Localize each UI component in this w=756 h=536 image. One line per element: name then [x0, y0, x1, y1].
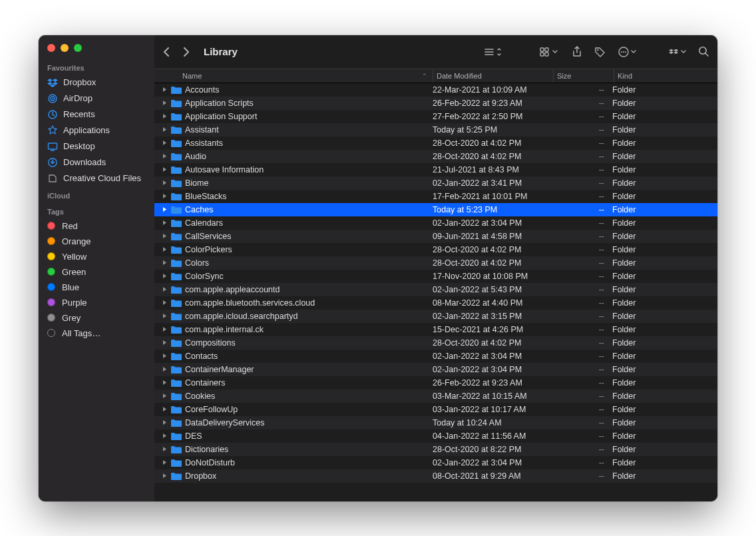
sidebar-item-downloads[interactable]: Downloads [39, 154, 154, 170]
view-list-button[interactable] [484, 47, 501, 57]
file-name: Cookies [185, 392, 215, 401]
tag-item-green[interactable]: Green [39, 264, 154, 280]
disclosure-triangle-icon[interactable] [161, 405, 168, 414]
disclosure-triangle-icon[interactable] [161, 285, 168, 294]
file-row[interactable]: Calendars02-Jan-2022 at 3:04 PM--Folder [154, 216, 717, 230]
tag-item-purple[interactable]: Purple [39, 295, 154, 310]
disclosure-triangle-icon[interactable] [161, 431, 168, 441]
disclosure-triangle-icon[interactable] [161, 205, 168, 214]
forward-button[interactable] [182, 47, 190, 57]
file-row[interactable]: Dictionaries28-Oct-2020 at 8:22 PM--Fold… [154, 443, 717, 456]
file-row[interactable]: com.apple.bluetooth.services.cloud08-Mar… [154, 296, 717, 310]
disclosure-triangle-icon[interactable] [161, 165, 168, 174]
file-row[interactable]: Accounts22-Mar-2021 at 10:09 AM--Folder [154, 83, 717, 97]
disclosure-triangle-icon[interactable] [161, 232, 168, 241]
sidebar-item-dropbox[interactable]: Dropbox [39, 75, 154, 91]
file-row[interactable]: Containers26-Feb-2022 at 9:23 AM--Folder [154, 376, 717, 390]
file-row[interactable]: Compositions28-Oct-2020 at 4:02 PM--Fold… [154, 336, 717, 350]
sidebar-item-desktop[interactable]: Desktop [39, 138, 154, 154]
minimize-window-button[interactable] [61, 44, 69, 52]
group-by-button[interactable] [540, 47, 560, 57]
disclosure-triangle-icon[interactable] [161, 365, 168, 374]
disclosure-triangle-icon[interactable] [161, 418, 168, 427]
disclosure-triangle-icon[interactable] [161, 458, 168, 467]
file-row[interactable]: Cookies03-Mar-2022 at 10:15 AM--Folder [154, 390, 717, 403]
folder-icon [171, 112, 182, 121]
file-date: 28-Oct-2020 at 8:22 PM [433, 445, 552, 454]
file-row[interactable]: com.apple.icloud.searchpartyd02-Jan-2022… [154, 310, 717, 323]
share-button[interactable] [572, 46, 582, 58]
file-row[interactable]: Application Scripts26-Feb-2022 at 9:23 A… [154, 97, 717, 110]
column-header-date[interactable]: Date Modified [433, 72, 553, 80]
file-row[interactable]: Colors28-Oct-2020 at 4:02 PM--Folder [154, 256, 717, 270]
action-menu-button[interactable] [618, 46, 637, 58]
disclosure-triangle-icon[interactable] [161, 272, 168, 281]
file-row[interactable]: Biome02-Jan-2022 at 3:41 PM--Folder [154, 176, 717, 190]
file-row[interactable]: DoNotDisturb02-Jan-2022 at 3:04 PM--Fold… [154, 456, 717, 469]
disclosure-triangle-icon[interactable] [161, 192, 168, 201]
disclosure-triangle-icon[interactable] [161, 112, 168, 121]
column-header-kind[interactable]: Kind [614, 72, 717, 80]
sidebar-item-applications[interactable]: Applications [39, 123, 154, 138]
back-button[interactable] [162, 47, 170, 57]
file-row[interactable]: ColorPickers28-Oct-2020 at 4:02 PM--Fold… [154, 243, 717, 256]
sidebar-item-creative-cloud-files[interactable]: Creative Cloud Files [39, 170, 154, 186]
tag-dot-icon [47, 283, 55, 291]
tag-item-all-tags[interactable]: All Tags… [39, 326, 154, 341]
sidebar-item-airdrop[interactable]: AirDrop [39, 91, 154, 107]
file-row[interactable]: CachesToday at 5:23 PM--Folder [154, 203, 717, 216]
file-row[interactable]: BlueStacks17-Feb-2021 at 10:01 PM--Folde… [154, 190, 717, 203]
close-window-button[interactable] [47, 44, 55, 52]
disclosure-triangle-icon[interactable] [161, 85, 168, 95]
tag-item-red[interactable]: Red [39, 218, 154, 234]
tags-button[interactable] [594, 46, 606, 58]
file-row[interactable]: ContainerManager02-Jan-2022 at 3:04 PM--… [154, 363, 717, 376]
disclosure-triangle-icon[interactable] [161, 378, 168, 388]
icloud-header: iCloud [39, 186, 154, 202]
file-row[interactable]: CoreFollowUp03-Jan-2022 at 10:17 AM--Fol… [154, 403, 717, 416]
file-row[interactable]: Contacts02-Jan-2022 at 3:04 PM--Folder [154, 350, 717, 363]
search-button[interactable] [698, 46, 709, 57]
disclosure-triangle-icon[interactable] [161, 471, 168, 481]
file-row[interactable]: Application Support27-Feb-2022 at 2:50 P… [154, 110, 717, 123]
disclosure-triangle-icon[interactable] [161, 352, 168, 361]
tag-item-orange[interactable]: Orange [39, 234, 154, 249]
disclosure-triangle-icon[interactable] [161, 178, 168, 188]
tag-item-yellow[interactable]: Yellow [39, 249, 154, 264]
dropbox-toolbar-button[interactable] [669, 47, 686, 57]
sidebar-item-recents[interactable]: Recents [39, 107, 154, 123]
disclosure-triangle-icon[interactable] [161, 325, 168, 334]
file-row[interactable]: Autosave Information21-Jul-2021 at 8:43 … [154, 163, 717, 176]
file-row[interactable]: com.apple.appleaccountd02-Jan-2022 at 5:… [154, 283, 717, 296]
disclosure-triangle-icon[interactable] [161, 125, 168, 134]
disclosure-triangle-icon[interactable] [161, 99, 168, 108]
zoom-window-button[interactable] [74, 44, 82, 52]
disclosure-triangle-icon[interactable] [161, 138, 168, 148]
tag-item-grey[interactable]: Grey [39, 310, 154, 326]
disclosure-triangle-icon[interactable] [161, 445, 168, 454]
file-size: -- [552, 445, 612, 454]
disclosure-triangle-icon[interactable] [161, 338, 168, 348]
file-row[interactable]: ColorSync17-Nov-2020 at 10:08 PM--Folder [154, 270, 717, 283]
disclosure-triangle-icon[interactable] [161, 298, 168, 308]
file-row[interactable]: AssistantToday at 5:25 PM--Folder [154, 123, 717, 136]
disclosure-triangle-icon[interactable] [161, 258, 168, 268]
disclosure-triangle-icon[interactable] [161, 218, 168, 228]
disclosure-triangle-icon[interactable] [161, 392, 168, 401]
disclosure-triangle-icon[interactable] [161, 245, 168, 254]
file-row[interactable]: DES04-Jan-2022 at 11:56 AM--Folder [154, 429, 717, 443]
disclosure-triangle-icon[interactable] [161, 152, 168, 161]
file-row[interactable]: CallServices09-Jun-2021 at 4:58 PM--Fold… [154, 230, 717, 243]
file-kind: Folder [612, 392, 717, 401]
file-row[interactable]: Audio28-Oct-2020 at 4:02 PM--Folder [154, 150, 717, 163]
disclosure-triangle-icon[interactable] [161, 312, 168, 321]
file-list[interactable]: Accounts22-Mar-2021 at 10:09 AM--FolderA… [154, 83, 717, 501]
tag-item-blue[interactable]: Blue [39, 280, 154, 295]
file-kind: Folder [612, 85, 717, 95]
file-row[interactable]: Assistants28-Oct-2020 at 4:02 PM--Folder [154, 136, 717, 150]
column-header-name[interactable]: Name ⌃ [154, 72, 433, 80]
file-row[interactable]: Dropbox08-Oct-2021 at 9:29 AM--Folder [154, 469, 717, 483]
file-row[interactable]: com.apple.internal.ck15-Dec-2021 at 4:26… [154, 323, 717, 336]
column-header-size[interactable]: Size [554, 72, 614, 80]
file-row[interactable]: DataDeliveryServicesToday at 10:24 AM--F… [154, 416, 717, 429]
